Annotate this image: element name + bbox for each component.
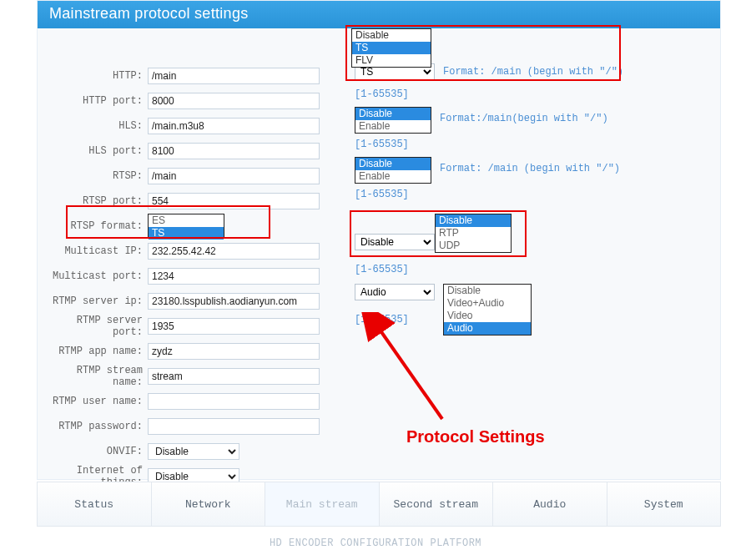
http-type-list[interactable]: Disable TS FLV — [351, 28, 431, 68]
label-rtmp-stream: RTMP stream name: — [46, 365, 148, 388]
mcast-port-input[interactable] — [148, 268, 320, 285]
label-http: HTTP: — [46, 70, 148, 82]
label-rtmp-user: RTMP user name: — [46, 396, 148, 407]
rtmp-ip-input[interactable] — [148, 293, 320, 310]
http-port-hint: [1-65535] — [355, 88, 409, 100]
label-rtsp: RTSP: — [46, 170, 148, 182]
label-hls: HLS: — [46, 120, 148, 132]
rtsp-enable-list[interactable]: Disable Enable — [355, 157, 431, 184]
hls-enable-list[interactable]: Disable Enable — [355, 107, 431, 134]
hls-input[interactable] — [148, 118, 320, 134]
label-onvif: ONVIF: — [46, 446, 148, 457]
label-rtmp-app: RTMP app name: — [46, 346, 148, 357]
rtmp-app-input[interactable] — [148, 343, 320, 360]
label-hls-port: HLS port: — [46, 145, 148, 157]
label-mcast-port: Multicast port: — [46, 270, 148, 282]
rtmp-stream-input[interactable] — [148, 368, 320, 385]
hls-port-hint: [1-65535] — [355, 139, 409, 150]
nav-system[interactable]: System — [607, 482, 721, 526]
label-rtmp-pass: RTMP password: — [46, 421, 148, 432]
rtmp-port-input[interactable] — [148, 318, 320, 335]
rtmp-user-input[interactable] — [148, 393, 320, 410]
nav-network[interactable]: Network — [152, 482, 266, 526]
annotation-label: Protocol Settings — [406, 427, 545, 446]
footer-text: HD ENCODER CONFIGURATION PLATFORM — [0, 537, 751, 549]
settings-form: HTTP: TS Format: /main (begin with "/") … — [38, 28, 720, 479]
rtsp-input[interactable] — [148, 168, 320, 184]
nav-second-stream[interactable]: Second stream — [380, 482, 494, 526]
mcast-port-hint: [1-65535] — [355, 264, 409, 275]
rtmp-av-select[interactable]: Audio — [355, 284, 435, 300]
label-mcast-ip: Multicast IP: — [46, 245, 148, 257]
label-rtmp-port: RTMP server port: — [46, 315, 148, 338]
rtmp-port-hint: [1-65535] — [355, 314, 409, 325]
nav-audio[interactable]: Audio — [493, 482, 607, 526]
nav-status[interactable]: Status — [38, 482, 152, 526]
panel-title: Mainstream protocol settings — [38, 1, 720, 28]
label-rtsp-port: RTSP port: — [46, 195, 148, 207]
http-input[interactable] — [148, 68, 320, 84]
bottom-nav: Status Network Main stream Second stream… — [37, 482, 721, 527]
rtmp-av-list[interactable]: Disable Video+Audio Video Audio — [443, 284, 532, 335]
hls-port-input[interactable] — [148, 143, 320, 159]
settings-panel: Mainstream protocol settings HTTP: TS Fo… — [37, 0, 721, 480]
label-rtmp-ip: RTMP server ip: — [46, 295, 148, 307]
hls-format-hint: Format:/main(begin with "/") — [440, 113, 608, 124]
mcast-ip-input[interactable] — [148, 243, 320, 260]
nav-main-stream[interactable]: Main stream — [265, 482, 380, 526]
redbox-rtsp-format — [68, 207, 269, 237]
rtmp-pass-input[interactable] — [148, 418, 320, 435]
onvif-select[interactable]: Disable — [148, 443, 239, 460]
label-http-port: HTTP port: — [46, 95, 148, 107]
http-port-input[interactable] — [148, 93, 320, 109]
rtsp-port-hint: [1-65535] — [355, 189, 409, 200]
rtsp-format-hint: Format: /main (begin with "/") — [440, 163, 620, 174]
redbox-mcast-proto — [351, 212, 525, 255]
